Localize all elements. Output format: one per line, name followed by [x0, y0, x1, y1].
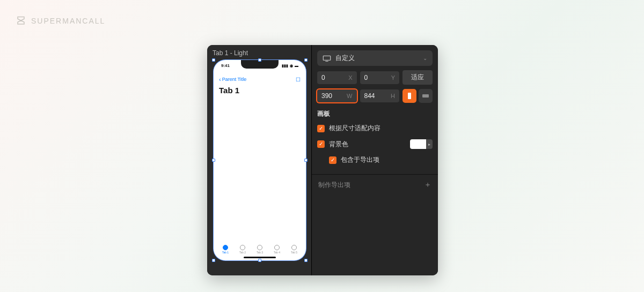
tab-icon — [291, 245, 297, 250]
tab-item-2[interactable]: Tab 2 — [239, 245, 246, 254]
fit-label: 适应 — [411, 73, 424, 81]
checkbox-checked-icon: ✓ — [329, 156, 336, 164]
page-title: Tab 1 — [219, 86, 239, 95]
home-indicator — [244, 257, 276, 258]
resize-handle[interactable] — [212, 259, 215, 262]
resize-handle[interactable] — [212, 159, 215, 162]
tab-label: Tab 5 — [291, 251, 297, 254]
width-value: 390 — [321, 92, 332, 100]
resize-handle[interactable] — [258, 58, 261, 62]
nav-back-label: Parent Title — [222, 77, 247, 82]
export-section-header[interactable]: 制作导出项 ＋ — [312, 175, 438, 195]
status-time: 9:41 — [221, 63, 230, 68]
nav-back-button[interactable]: ‹ Parent Title — [219, 76, 246, 83]
tab-item-3[interactable]: Tab 3 — [257, 245, 263, 254]
fit-content-label: 根据尺寸适配内容 — [329, 124, 380, 133]
checkbox-checked-icon: ✓ — [317, 125, 325, 132]
artboard-iphone[interactable]: 9:41 ▮▮▮ ◉ ▬ ‹ Parent Title ☐ Tab 1 — [214, 60, 306, 260]
phone-tab-bar: Tab 1 Tab 2 Tab 3 Tab 4 Tab 5 — [214, 245, 306, 254]
nav-action-icon[interactable]: ☐ — [296, 77, 301, 83]
chevron-down-icon: ⌄ — [423, 55, 427, 61]
brand-name: SUPERMANCALL — [31, 17, 105, 25]
inspector-pane: 自定义 ⌄ 0 X 0 Y 适应 390 — [312, 45, 438, 275]
brand-mark-icon — [16, 15, 26, 27]
resize-handle[interactable] — [212, 58, 215, 62]
color-edit-icon: ▸ — [426, 139, 433, 149]
brand-logo: SUPERMANCALL — [16, 15, 105, 27]
orientation-landscape-button[interactable] — [419, 89, 433, 103]
tab-label: Tab 2 — [239, 251, 246, 254]
background-color-checkbox-row[interactable]: ✓ 背景色 ▸ — [317, 138, 433, 150]
signal-icon: ▮▮▮ — [282, 64, 288, 68]
tab-label: Tab 1 — [222, 251, 229, 254]
landscape-icon — [422, 94, 429, 98]
chevron-left-icon: ‹ — [219, 76, 221, 83]
y-label: Y — [391, 74, 395, 81]
fit-button[interactable]: 适应 — [402, 70, 433, 85]
color-swatch — [410, 139, 426, 149]
artboard-title[interactable]: Tab 1 - Light — [213, 49, 248, 57]
background-color-swatch[interactable]: ▸ — [410, 139, 433, 149]
resize-handle[interactable] — [304, 159, 308, 162]
resize-handle[interactable] — [304, 58, 308, 62]
tab-label: Tab 4 — [274, 251, 280, 254]
device-preset-select[interactable]: 自定义 ⌄ — [317, 50, 433, 66]
export-label: 制作导出项 — [318, 181, 350, 190]
section-artboard-heading: 画板 — [317, 109, 433, 118]
fit-content-checkbox-row[interactable]: ✓ 根据尺寸适配内容 — [317, 123, 433, 134]
tab-label: Tab 3 — [257, 251, 263, 254]
battery-icon: ▬ — [295, 64, 298, 68]
width-field[interactable]: 390 W — [317, 89, 357, 102]
tab-icon — [240, 245, 245, 250]
wifi-icon: ◉ — [290, 64, 293, 68]
orientation-portrait-button[interactable] — [402, 89, 416, 103]
portrait-icon — [408, 93, 411, 99]
height-field[interactable]: 844 H — [360, 89, 400, 102]
tab-item-4[interactable]: Tab 4 — [274, 245, 280, 254]
editor-window: Tab 1 - Light 9:41 ▮▮▮ ◉ ▬ ‹ Parent Titl… — [207, 45, 438, 275]
tab-icon — [223, 245, 228, 250]
checkbox-checked-icon: ✓ — [317, 140, 325, 148]
tab-item-5[interactable]: Tab 5 — [291, 245, 297, 254]
svg-rect-0 — [323, 56, 330, 60]
width-label: W — [347, 93, 352, 99]
y-value: 0 — [364, 74, 368, 81]
canvas-pane[interactable]: Tab 1 - Light 9:41 ▮▮▮ ◉ ▬ ‹ Parent Titl… — [207, 45, 312, 275]
x-value: 0 — [321, 74, 325, 81]
height-label: H — [391, 93, 395, 99]
y-field[interactable]: 0 Y — [360, 71, 400, 84]
resize-handle[interactable] — [304, 259, 308, 262]
tab-item-1[interactable]: Tab 1 — [222, 245, 229, 254]
x-label: X — [348, 74, 352, 81]
device-preset-label: 自定义 — [335, 54, 355, 63]
plus-icon[interactable]: ＋ — [424, 180, 431, 190]
include-in-export-label: 包含于导出项 — [341, 155, 379, 164]
phone-nav-bar: ‹ Parent Title ☐ — [214, 76, 306, 83]
resize-handle[interactable] — [258, 259, 261, 262]
monitor-icon — [323, 55, 331, 62]
include-in-export-checkbox-row[interactable]: ✓ 包含于导出项 — [317, 154, 433, 166]
x-field[interactable]: 0 X — [317, 71, 357, 84]
tab-icon — [274, 245, 280, 250]
height-value: 844 — [364, 92, 375, 100]
background-color-label: 背景色 — [329, 140, 348, 149]
tab-icon — [257, 245, 262, 250]
status-icons: ▮▮▮ ◉ ▬ — [282, 63, 298, 68]
